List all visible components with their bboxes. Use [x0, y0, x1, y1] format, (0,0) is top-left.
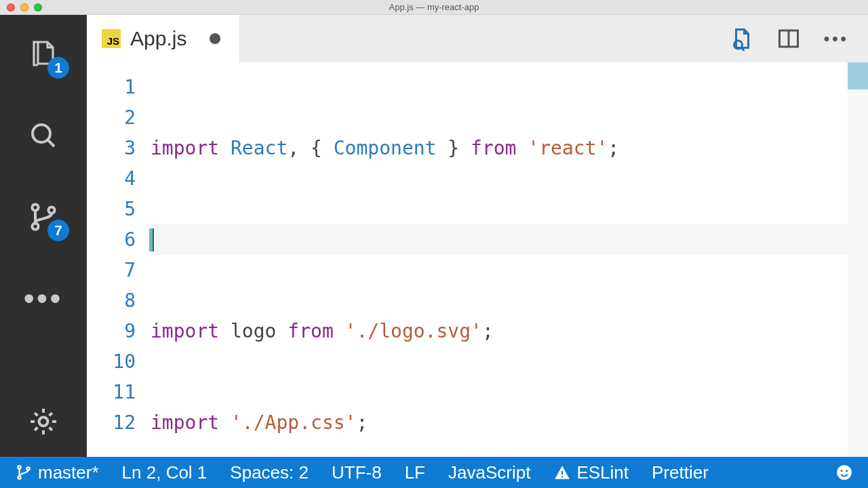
line-number: 4: [87, 163, 136, 194]
svg-line-1: [47, 140, 54, 146]
line-number: 9: [87, 316, 136, 346]
svg-rect-13: [561, 471, 563, 474]
code-editor[interactable]: 1 2 3 4 5 6 7 8 9 10 11 12 import React,…: [87, 62, 868, 457]
line-number: 10: [87, 346, 136, 377]
tab-label: App.js: [130, 27, 186, 50]
editor-actions: •••: [729, 15, 868, 62]
line-number: 5: [87, 194, 136, 224]
open-changes-icon[interactable]: [729, 26, 753, 51]
editor-more-icon[interactable]: •••: [824, 29, 849, 48]
code-line: import React, { Component } from 'react'…: [151, 133, 848, 163]
status-feedback[interactable]: [835, 464, 853, 481]
minimize-window-icon[interactable]: [20, 3, 28, 12]
svg-point-4: [48, 207, 54, 213]
svg-point-10: [18, 466, 20, 468]
search-icon: [27, 119, 60, 152]
status-cursor[interactable]: Ln 2, Col 1: [122, 462, 208, 483]
status-eslint[interactable]: ESLint: [553, 462, 629, 483]
warning-icon: [553, 464, 571, 481]
status-branch[interactable]: master*: [15, 462, 99, 483]
svg-point-16: [841, 470, 843, 472]
line-number: 7: [87, 255, 136, 285]
line-number: 6: [87, 224, 136, 255]
svg-point-2: [32, 204, 38, 210]
status-language[interactable]: JavaScript: [448, 462, 530, 483]
git-branch-icon: [15, 464, 33, 481]
titlebar: App.js — my-react-app: [0, 0, 868, 15]
explorer-badge: 1: [47, 57, 69, 79]
ellipsis-icon: •••: [24, 291, 63, 305]
close-window-icon[interactable]: [7, 3, 15, 12]
js-file-icon: JS: [102, 29, 121, 48]
minimap[interactable]: [848, 62, 868, 457]
code-line-active: [151, 224, 848, 255]
svg-point-11: [18, 476, 20, 479]
main-area: 1 7 ••• JS Ap: [0, 15, 868, 457]
line-number: 3: [87, 133, 136, 163]
tab-app-js[interactable]: JS App.js: [87, 15, 240, 62]
line-number: 2: [87, 102, 136, 133]
editor-group: JS App.js ••• 1 2 3 4 5 6 7 8 9 10: [87, 15, 868, 457]
code-line: import logo from './logo.svg';: [151, 316, 848, 346]
maximize-window-icon[interactable]: [34, 3, 42, 12]
activity-search[interactable]: [23, 115, 64, 156]
window-title: App.js — my-react-app: [0, 2, 868, 12]
status-bar: master* Ln 2, Col 1 Spaces: 2 UTF-8 LF J…: [0, 457, 868, 488]
svg-point-3: [32, 223, 38, 229]
activity-source-control[interactable]: 7: [23, 197, 64, 237]
status-branch-label: master*: [38, 462, 99, 483]
split-editor-icon[interactable]: [776, 26, 801, 51]
minimap-viewport[interactable]: [848, 62, 868, 89]
line-number: 8: [87, 285, 136, 316]
svg-rect-14: [561, 476, 563, 477]
gear-icon: [27, 405, 60, 438]
status-eslint-label: ESLint: [576, 462, 629, 483]
activity-settings[interactable]: [23, 401, 64, 442]
dirty-indicator-icon: [210, 33, 220, 44]
svg-point-12: [26, 467, 29, 470]
scm-badge: 7: [47, 220, 69, 241]
code-lines[interactable]: import React, { Component } from 'react'…: [151, 62, 848, 457]
line-number: 11: [87, 377, 136, 407]
smiley-icon: [835, 464, 853, 481]
activity-explorer[interactable]: 1: [23, 34, 64, 75]
code-line: import './App.css';: [151, 407, 848, 438]
svg-point-15: [837, 465, 852, 480]
status-indent[interactable]: Spaces: 2: [230, 462, 309, 483]
cursor-icon: [149, 228, 154, 251]
svg-point-5: [39, 418, 48, 426]
line-number: 12: [87, 407, 136, 438]
activity-more[interactable]: •••: [23, 278, 64, 319]
activity-bar: 1 7 •••: [0, 15, 87, 457]
line-number: 1: [87, 72, 136, 102]
svg-point-17: [846, 470, 848, 472]
status-eol[interactable]: LF: [405, 462, 425, 483]
line-gutter: 1 2 3 4 5 6 7 8 9 10 11 12: [87, 62, 151, 457]
status-prettier[interactable]: Prettier: [652, 462, 709, 483]
window-controls: [0, 3, 42, 12]
tab-bar: JS App.js •••: [87, 15, 868, 62]
status-encoding[interactable]: UTF-8: [332, 462, 382, 483]
